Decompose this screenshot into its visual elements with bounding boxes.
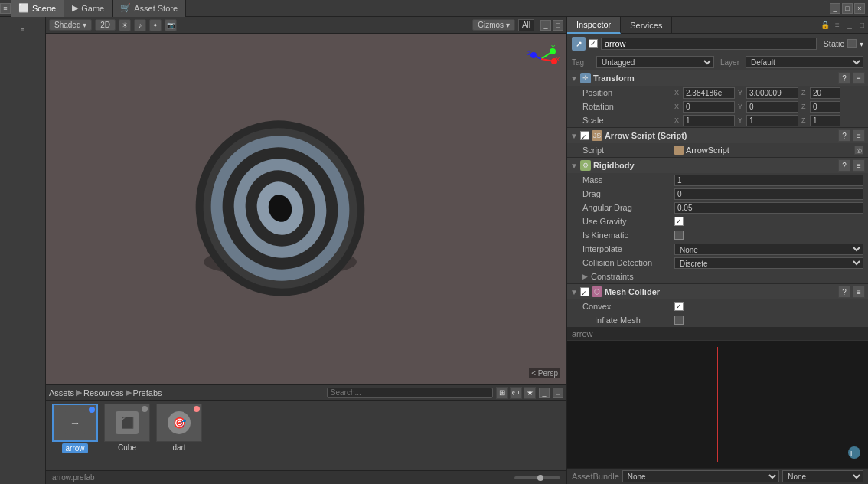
- angular-drag-row: Angular Drag: [567, 201, 868, 214]
- script-enabled-checkbox[interactable]: ✓: [580, 131, 589, 140]
- script-menu-btn[interactable]: ≡: [853, 129, 865, 142]
- rot-x-input[interactable]: [683, 101, 735, 113]
- status-bar: arrow.prefab: [46, 470, 566, 484]
- scale-inputs: X Y Z: [674, 115, 863, 126]
- light-icon[interactable]: ☀: [119, 19, 131, 31]
- lock-icon[interactable]: ★: [524, 387, 536, 399]
- left-menu-btn[interactable]: ≡: [8, 23, 38, 37]
- zoom-slider[interactable]: [514, 476, 560, 479]
- scene-minimize-btn[interactable]: _: [540, 20, 551, 31]
- tab-scene[interactable]: ⬜ Scene: [11, 0, 64, 17]
- inspector-maximize-btn[interactable]: □: [856, 19, 868, 31]
- mesh-collider-header[interactable]: ▼ ✓ ⬡ Mesh Collider ? ≡: [567, 284, 868, 299]
- breadcrumb-assets[interactable]: Assets: [49, 388, 74, 397]
- tag-icon[interactable]: 🏷: [510, 387, 522, 399]
- transform-header[interactable]: ▼ ✛ Transform ? ≡: [567, 70, 868, 86]
- asset-item-arrow[interactable]: → arrow: [52, 404, 98, 453]
- script-help-btn[interactable]: ?: [838, 129, 850, 142]
- fx-icon[interactable]: ✦: [149, 19, 162, 31]
- asset-thumb-arrow[interactable]: →: [52, 404, 98, 442]
- position-row: Position X Y Z: [567, 86, 868, 100]
- close-scene-btn[interactable]: ×: [854, 3, 865, 14]
- pos-z-input[interactable]: [810, 87, 840, 99]
- x-label: X: [674, 89, 682, 96]
- object-enabled-checkbox[interactable]: ✓: [589, 39, 598, 48]
- convex-label: Convex: [582, 302, 674, 311]
- rigidbody-help-btn[interactable]: ?: [838, 159, 850, 172]
- mesh-collider-menu-btn[interactable]: ≡: [853, 286, 865, 298]
- script-header[interactable]: ▼ ✓ JS Arrow Script (Script) ? ≡: [567, 128, 868, 143]
- rigidbody-header[interactable]: ▼ ⚙ Rigidbody ? ≡: [567, 158, 868, 173]
- is-kinematic-checkbox[interactable]: [674, 231, 684, 240]
- drag-input[interactable]: [674, 188, 863, 200]
- tab-inspector[interactable]: Inspector: [567, 17, 621, 34]
- tag-select[interactable]: Untagged: [596, 56, 714, 68]
- inspector-lock-btn[interactable]: 🔒: [819, 19, 831, 31]
- transform-help-btn[interactable]: ?: [838, 72, 850, 84]
- collapse-btn[interactable]: ≡: [0, 3, 11, 14]
- tab-game[interactable]: ▶ Game: [64, 0, 113, 17]
- interpolate-select[interactable]: None: [674, 244, 863, 255]
- inflate-mesh-value: [674, 316, 863, 325]
- constraints-row[interactable]: ▶ Constraints: [567, 270, 868, 283]
- collision-detection-select[interactable]: Discrete: [674, 257, 863, 269]
- object-name-input[interactable]: [601, 38, 817, 50]
- asset-bundle-variant-select[interactable]: None: [782, 470, 863, 482]
- gizmos-dropdown[interactable]: Gizmos ▾: [472, 19, 515, 31]
- search-all-input[interactable]: All: [518, 19, 534, 31]
- convex-checkbox[interactable]: ✓: [674, 302, 684, 311]
- rot-z-input[interactable]: [810, 101, 840, 113]
- pos-x-field: X: [674, 87, 736, 99]
- maximize-scene-btn[interactable]: □: [842, 3, 853, 14]
- breadcrumb-prefabs[interactable]: Prefabs: [133, 388, 162, 397]
- scale-z-input[interactable]: [810, 115, 840, 126]
- scale-x-input[interactable]: [683, 115, 735, 126]
- inspector-menu-btn[interactable]: ≡: [831, 19, 844, 31]
- filter-icon[interactable]: ⊞: [496, 387, 508, 399]
- inspector-tabs: Inspector Services 🔒 ≡ _ □: [567, 17, 868, 34]
- assets-maximize-btn[interactable]: □: [553, 388, 563, 398]
- use-gravity-checkbox[interactable]: ✓: [674, 217, 684, 226]
- scale-y-input[interactable]: [746, 115, 798, 126]
- arrow-asset-dot: [89, 407, 95, 413]
- static-checkbox[interactable]: [847, 39, 857, 48]
- static-dropdown-btn[interactable]: ▾: [860, 40, 863, 48]
- rot-y-input[interactable]: [746, 101, 798, 113]
- inspector-minimize-btn[interactable]: _: [844, 19, 856, 31]
- scene-viewport[interactable]: Y X Z < Persp: [46, 34, 566, 384]
- angular-drag-input[interactable]: [674, 202, 863, 214]
- asset-item-dart[interactable]: 🎯 dart: [156, 404, 202, 452]
- scene-maximize-btn[interactable]: □: [553, 20, 563, 31]
- rigidbody-menu-btn[interactable]: ≡: [853, 159, 865, 172]
- assets-search-input[interactable]: [327, 388, 493, 398]
- tab-asset-store[interactable]: 🛒 Asset Store: [113, 0, 186, 17]
- sep2: ▶: [126, 388, 132, 397]
- inflate-mesh-checkbox[interactable]: [674, 316, 684, 325]
- tab-services[interactable]: Services: [621, 17, 672, 34]
- mesh-collider-enabled-checkbox[interactable]: ✓: [580, 287, 589, 296]
- asset-item-cube[interactable]: ⬛ Cube: [104, 404, 150, 452]
- script-field-row: Script ArrowScript ◎: [567, 143, 868, 157]
- breadcrumb-resources[interactable]: Resources: [83, 388, 124, 397]
- minimize-scene-btn[interactable]: _: [830, 3, 840, 14]
- drag-label: Drag: [582, 189, 674, 198]
- mass-input[interactable]: [674, 175, 863, 186]
- audio-icon[interactable]: ♪: [134, 19, 146, 31]
- rotation-label: Rotation: [582, 102, 674, 111]
- pos-x-input[interactable]: [683, 87, 735, 99]
- asset-thumb-cube[interactable]: ⬛: [104, 404, 150, 442]
- script-select-btn[interactable]: ◎: [854, 146, 863, 155]
- asset-thumb-dart[interactable]: 🎯: [156, 404, 202, 442]
- 2d-btn[interactable]: 2D: [95, 19, 116, 31]
- svg-point-14: [530, 52, 537, 58]
- mesh-collider-help-btn[interactable]: ?: [838, 286, 850, 298]
- asset-bundle-select[interactable]: None: [622, 470, 779, 482]
- transform-menu-btn[interactable]: ≡: [853, 72, 865, 84]
- camera-icon[interactable]: 📷: [165, 19, 177, 31]
- pos-y-input[interactable]: [746, 87, 798, 99]
- layer-select[interactable]: Default: [746, 56, 863, 68]
- constraints-label: Constraints: [591, 272, 634, 281]
- preview-label: arrow: [567, 328, 868, 341]
- shaded-dropdown[interactable]: Shaded ▾: [49, 19, 92, 31]
- assets-minimize-btn[interactable]: _: [539, 388, 550, 398]
